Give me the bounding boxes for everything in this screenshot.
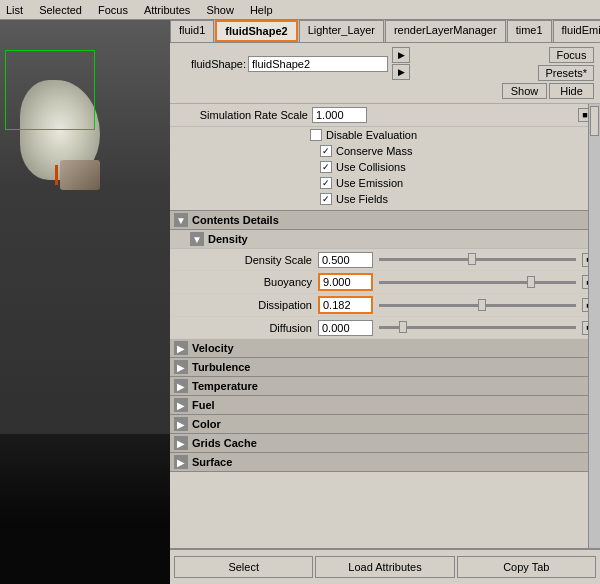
dissipation-row: Dissipation ■ [170, 294, 600, 317]
tabs-row: fluid1 fluidShape2 Lighter_Layer renderL… [170, 20, 600, 43]
fluid-shape-input[interactable] [248, 56, 388, 72]
wireframe-box [5, 50, 95, 130]
color-header[interactable]: ▶ Color [170, 415, 600, 434]
contents-details-arrow: ▼ [174, 213, 188, 227]
input-arrow-up-icon[interactable]: ▶ [392, 47, 410, 63]
color-title: Color [192, 418, 221, 430]
diffusion-row: Diffusion ■ [170, 317, 600, 339]
disable-eval-row: Disable Evaluation [170, 127, 600, 143]
turbulence-title: Turbulence [192, 361, 250, 373]
conserve-mass-row: ✓ Conserve Mass [170, 143, 600, 159]
sim-rate-label: Simulation Rate Scale [178, 109, 308, 121]
turbulence-header[interactable]: ▶ Turbulence [170, 358, 600, 377]
fuel-header[interactable]: ▶ Fuel [170, 396, 600, 415]
copy-tab-button[interactable]: Copy Tab [457, 556, 596, 578]
surface-arrow: ▶ [174, 455, 188, 469]
temperature-title: Temperature [192, 380, 258, 392]
color-arrow: ▶ [174, 417, 188, 431]
tab-renderlayermanager[interactable]: renderLayerManager [385, 20, 506, 42]
viewport-scene [0, 20, 170, 584]
load-attributes-button[interactable]: Load Attributes [315, 556, 454, 578]
use-fields-checkbox[interactable]: ✓ [320, 193, 332, 205]
density-title: Density [208, 233, 248, 245]
sim-rate-row: Simulation Rate Scale ■ [170, 104, 600, 127]
fluid-shape-label: fluidShape: [176, 58, 246, 70]
focus-button[interactable]: Focus [549, 47, 594, 63]
menu-focus[interactable]: Focus [96, 4, 130, 16]
sim-rate-input[interactable] [312, 107, 367, 123]
use-fields-row: ✓ Use Fields [170, 191, 600, 207]
dissipation-label: Dissipation [178, 299, 318, 311]
right-panel: fluid1 fluidShape2 Lighter_Layer renderL… [170, 20, 600, 584]
velocity-title: Velocity [192, 342, 234, 354]
use-collisions-checkbox[interactable]: ✓ [320, 161, 332, 173]
surface-title: Surface [192, 456, 232, 468]
density-arrow: ▼ [190, 232, 204, 246]
density-header[interactable]: ▼ Density [170, 230, 600, 249]
density-scale-label: Density Scale [178, 254, 318, 266]
tab-time1[interactable]: time1 [507, 20, 552, 42]
conserve-mass-checkbox[interactable]: ✓ [320, 145, 332, 157]
bottom-bar: Select Load Attributes Copy Tab [170, 548, 600, 584]
buoyancy-row: Buoyancy ■ [170, 271, 600, 294]
menu-list[interactable]: List [4, 4, 25, 16]
hide-button[interactable]: Hide [549, 83, 594, 99]
select-button[interactable]: Select [174, 556, 313, 578]
dissipation-input[interactable] [318, 296, 373, 314]
temperature-header[interactable]: ▶ Temperature [170, 377, 600, 396]
show-button[interactable]: Show [502, 83, 547, 99]
tab-fluidemitter1[interactable]: fluidEmitter1 [553, 20, 600, 42]
velocity-header[interactable]: ▶ Velocity [170, 339, 600, 358]
density-scale-input[interactable] [318, 252, 373, 268]
turbulence-arrow: ▶ [174, 360, 188, 374]
buoyancy-input[interactable] [318, 273, 373, 291]
show-hide-row: Show Hide [502, 83, 594, 99]
use-emission-checkbox[interactable]: ✓ [320, 177, 332, 189]
surface-header[interactable]: ▶ Surface [170, 453, 600, 472]
fuel-arrow: ▶ [174, 398, 188, 412]
velocity-arrow: ▶ [174, 341, 188, 355]
use-emission-label: Use Emission [336, 177, 403, 189]
scrollbar[interactable] [588, 104, 600, 548]
tab-fluidshape2[interactable]: fluidShape2 [215, 20, 297, 42]
diffusion-input[interactable] [318, 320, 373, 336]
main-layout: fluid1 fluidShape2 Lighter_Layer renderL… [0, 20, 600, 584]
density-scale-row: Density Scale ■ [170, 249, 600, 271]
contents-details-title: Contents Details [192, 214, 279, 226]
conserve-mass-label: Conserve Mass [336, 145, 412, 157]
tab-fluid1[interactable]: fluid1 [170, 20, 214, 42]
disable-eval-label: Disable Evaluation [326, 129, 417, 141]
fuel-title: Fuel [192, 399, 215, 411]
diffusion-label: Diffusion [178, 322, 318, 334]
grids-cache-arrow: ▶ [174, 436, 188, 450]
menu-show[interactable]: Show [204, 4, 236, 16]
use-emission-row: ✓ Use Emission [170, 175, 600, 191]
use-fields-label: Use Fields [336, 193, 388, 205]
dissipation-slider[interactable] [379, 304, 576, 307]
use-collisions-row: ✓ Use Collisions [170, 159, 600, 175]
menu-bar: List Selected Focus Attributes Show Help [0, 0, 600, 20]
density-scale-slider[interactable] [379, 258, 576, 261]
header-section: fluidShape: ▶ ▶ Focus Presets* Show Hide [170, 43, 600, 104]
menu-selected[interactable]: Selected [37, 4, 84, 16]
viewport [0, 20, 170, 584]
disable-eval-checkbox[interactable] [310, 129, 322, 141]
use-collisions-label: Use Collisions [336, 161, 406, 173]
header-right-buttons: Focus Presets* Show Hide [502, 47, 594, 99]
menu-attributes[interactable]: Attributes [142, 4, 192, 16]
diffusion-slider[interactable] [379, 326, 576, 329]
menu-help[interactable]: Help [248, 4, 275, 16]
grids-cache-header[interactable]: ▶ Grids Cache [170, 434, 600, 453]
buoyancy-slider[interactable] [379, 281, 576, 284]
buoyancy-label: Buoyancy [178, 276, 318, 288]
temperature-arrow: ▶ [174, 379, 188, 393]
grids-cache-title: Grids Cache [192, 437, 257, 449]
attrs-section: Simulation Rate Scale ■ Disable Evaluati… [170, 104, 600, 548]
contents-details-header[interactable]: ▼ Contents Details [170, 210, 600, 230]
tab-lighter-layer[interactable]: Lighter_Layer [299, 20, 384, 42]
input-arrow-down-icon[interactable]: ▶ [392, 64, 410, 80]
presets-button[interactable]: Presets* [538, 65, 594, 81]
